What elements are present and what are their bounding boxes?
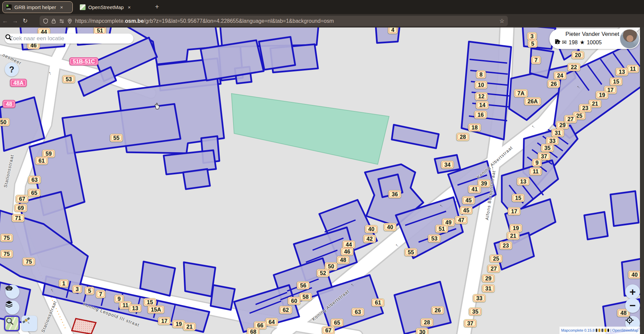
tab-close-icon[interactable]: × — [128, 4, 131, 10]
url-text[interactable]: https://mapcomplete.osm.be/grb?z=19&lat=… — [75, 18, 334, 24]
contributor-icon — [596, 329, 598, 332]
new-tab-button[interactable]: + — [155, 3, 159, 11]
stats-icon — [598, 329, 600, 332]
layers-icon — [5, 300, 13, 308]
address-bar[interactable]: https://mapcomplete.osm.be/grb?z=19&lat=… — [40, 16, 508, 26]
zoom-out-button[interactable]: − — [625, 298, 640, 313]
location-search[interactable] — [5, 34, 133, 44]
location-pin-icon[interactable] — [67, 18, 72, 24]
star-icon: ★ — [580, 39, 585, 46]
search-icon[interactable] — [5, 34, 12, 41]
copyright-icon — [607, 329, 609, 332]
crosshair-icon — [625, 316, 634, 325]
attribution-app[interactable]: Mapcomplete 0.15.8 — [561, 328, 595, 332]
logout-icon[interactable] — [555, 39, 561, 44]
changeset-count: 10005 — [587, 40, 602, 46]
attribution-bar[interactable]: Mapcomplete 0.15.8 | OpenStreetMap — [559, 327, 640, 334]
user-name: Pieter Vander Vennet — [559, 31, 626, 38]
edit-pencil-icon — [601, 329, 603, 332]
user-avatar[interactable] — [620, 29, 639, 49]
background-osm-button[interactable] — [4, 316, 20, 331]
import-assistant-button[interactable] — [5, 285, 19, 299]
osm-favicon — [80, 4, 86, 10]
reload-button[interactable]: ↻ — [20, 17, 30, 24]
window-edge — [640, 27, 644, 334]
forward-button[interactable]: → — [10, 17, 20, 24]
issue-icon — [604, 329, 606, 332]
user-panel[interactable]: Pieter Vander Vennet ⚙ ✉ 198 ★ 10005 — [549, 29, 640, 49]
map-overlays: ? Pieter Vander Vennet ⚙ ✉ 198 ★ 10005 — [0, 27, 644, 334]
tab-title: GRB import helper — [14, 4, 56, 10]
back-button[interactable]: ← — [0, 17, 10, 24]
search-input[interactable] — [5, 34, 133, 44]
tab-openstreetmap[interactable]: OpenStreetMap × — [76, 2, 144, 13]
help-button[interactable]: ? — [5, 62, 19, 76]
robot-icon — [5, 285, 13, 292]
shield-icon[interactable] — [43, 18, 48, 24]
lock-icon[interactable] — [51, 18, 56, 24]
zoom-in-button[interactable]: + — [625, 284, 640, 299]
browser-tab-bar: GRB import helper × OpenStreetMap × + — [0, 0, 644, 14]
permissions-icon[interactable] — [59, 18, 64, 24]
messages-count: 198 — [569, 40, 578, 46]
background-aerial-button[interactable] — [21, 316, 37, 331]
messages-envelope-icon[interactable]: ✉ — [562, 39, 567, 46]
tab-close-icon[interactable]: × — [60, 4, 63, 10]
map-magnifier-icon — [5, 317, 14, 326]
satellite-icon — [21, 316, 31, 325]
map-canvas[interactable]: Koning AlbertstraatAlfons BursensstraatK… — [0, 27, 644, 334]
tab-title: OpenStreetMap — [88, 4, 124, 10]
bookmark-star-icon[interactable]: ☆ — [499, 17, 504, 24]
grb-favicon — [6, 4, 12, 10]
attribution-osm-link[interactable]: | OpenStreetMap — [610, 328, 638, 332]
browser-toolbar: ← → ↻ https://mapcomplete.osm.be/grb?z=1… — [0, 14, 644, 27]
tab-grb-import-helper[interactable]: GRB import helper × — [3, 2, 72, 13]
layers-button[interactable] — [5, 300, 19, 315]
